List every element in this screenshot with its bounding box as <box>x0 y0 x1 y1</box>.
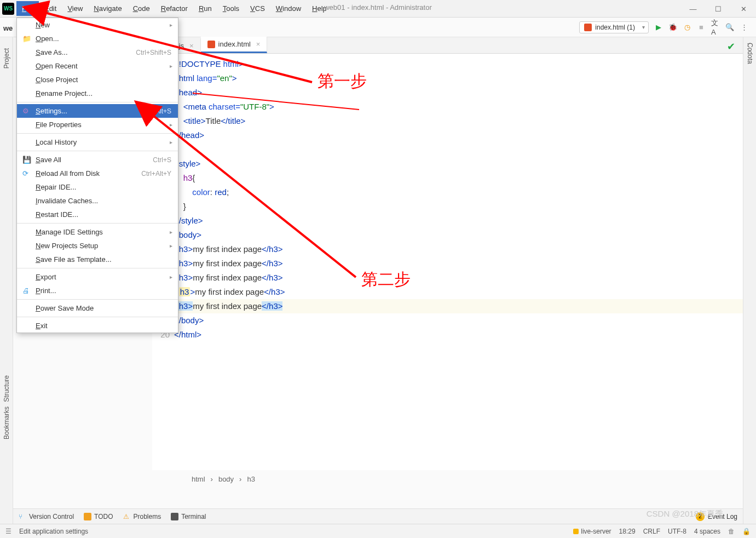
menu-item-save-as[interactable]: Save As...Ctrl+Shift+S <box>17 45 178 59</box>
reload-icon: ⟳ <box>22 169 31 178</box>
print-icon: 🖨 <box>22 287 31 295</box>
status-bar: ☰ Edit application settings live-server … <box>0 524 756 538</box>
menu-item-close-project[interactable]: Close Project <box>17 73 178 87</box>
menu-item-manage-ide-settings[interactable]: Manage IDE Settings▸ <box>17 225 178 239</box>
search-icon[interactable]: 🔍 <box>725 23 734 32</box>
stop-icon[interactable]: ■ <box>697 23 706 32</box>
bottom-tool-bar: ⑂Version Control TODO ⚠Problems Terminal… <box>13 508 743 524</box>
menu-window[interactable]: Window <box>270 1 307 16</box>
problems-tab[interactable]: ⚠Problems <box>123 513 161 520</box>
folder-icon: 📁 <box>22 35 31 43</box>
app-icon: WS <box>2 3 14 15</box>
menu-run[interactable]: Run <box>193 1 217 16</box>
terminal-tab[interactable]: Terminal <box>171 513 206 520</box>
menu-tools[interactable]: Tools <box>217 1 245 16</box>
menu-code[interactable]: Code <box>128 1 155 16</box>
menu-item-save-all[interactable]: 💾Save AllCtrl+S <box>17 153 178 167</box>
branch-icon: ⑂ <box>19 513 26 520</box>
maximize-button[interactable]: ☐ <box>706 0 731 18</box>
nav-crumb[interactable]: we <box>3 24 13 32</box>
caret-position[interactable]: 18:29 <box>619 528 636 535</box>
menu-item-power-save-mode[interactable]: Power Save Mode <box>17 301 178 315</box>
coverage-icon[interactable]: ◷ <box>683 23 691 32</box>
menu-vcs[interactable]: VCS <box>245 1 270 16</box>
annotation-step2: 第二步 <box>361 268 411 291</box>
bookmarks-tool-tab[interactable]: Bookmarks <box>3 407 10 439</box>
menu-item-rename-project[interactable]: Rename Project... <box>17 87 178 100</box>
structure-tool-tab[interactable]: Structure <box>3 375 10 402</box>
debug-icon[interactable]: 🐞 <box>668 23 677 32</box>
editor-tab-menu-icon[interactable]: ⋮ <box>744 42 752 50</box>
close-button[interactable]: ✕ <box>731 0 756 18</box>
live-server-icon <box>573 529 579 534</box>
menu-item-settings[interactable]: ⚙Settings...Ctrl+Alt+S <box>17 104 178 118</box>
breadcrumb-body[interactable]: body <box>218 475 234 483</box>
menu-file[interactable]: File <box>16 1 39 16</box>
menu-item-new[interactable]: New▸ <box>17 18 178 32</box>
run-config-selector[interactable]: index.html (1) <box>579 21 649 33</box>
problems-icon: ⚠ <box>123 513 131 520</box>
todo-icon <box>84 513 91 520</box>
indent[interactable]: 4 spaces <box>694 528 720 535</box>
terminal-icon <box>171 513 178 520</box>
run-config-label: index.html (1) <box>595 24 635 31</box>
menu-item-invalidate-caches[interactable]: Invalidate Caches... <box>17 194 178 208</box>
menu-item-reload-all-from-disk[interactable]: ⟳Reload All from DiskCtrl+Alt+Y <box>17 167 178 180</box>
menu-item-open[interactable]: 📁Open... <box>17 32 178 45</box>
annotation-step1: 第一步 <box>318 70 367 93</box>
editor-tabs: llo.js×index.html× <box>152 37 743 54</box>
editor-breadcrumb[interactable]: html› body› h3 <box>192 475 255 483</box>
menu-navigate[interactable]: Navigate <box>88 1 127 16</box>
left-tool-rail: Project Structure Bookmarks <box>0 37 13 524</box>
translate-icon[interactable]: 文A <box>711 23 720 32</box>
close-tab-icon[interactable]: × <box>189 42 194 50</box>
editor-tab-index-html[interactable]: index.html× <box>201 37 268 53</box>
breadcrumb-html[interactable]: html <box>192 475 205 483</box>
menu-item-file-properties[interactable]: File Properties▸ <box>17 118 178 131</box>
status-message: Edit application settings <box>19 528 88 535</box>
menu-item-open-recent[interactable]: Open Recent▸ <box>17 59 178 73</box>
code-content[interactable]: <!DOCTYPE html><html lang="en"><head> <m… <box>174 54 743 470</box>
html-file-icon <box>207 41 215 48</box>
lock-icon[interactable]: 🔒 <box>742 528 751 535</box>
check-icon: ✔ <box>727 41 735 53</box>
menu-item-repair-ide[interactable]: Repair IDE... <box>17 180 178 194</box>
menu-view[interactable]: View <box>62 1 88 16</box>
editor-area: llo.js×index.html× ✔ 1920 <!DOCTYPE html… <box>152 37 743 470</box>
right-tool-rail: Codota <box>743 37 756 524</box>
menu-item-restart-ide[interactable]: Restart IDE... <box>17 208 178 221</box>
menu-refactor[interactable]: Refactor <box>155 1 193 16</box>
breadcrumb-h3[interactable]: h3 <box>247 475 255 483</box>
project-tool-tab[interactable]: Project <box>3 48 10 68</box>
menu-item-new-projects-setup[interactable]: New Projects Setup▸ <box>17 239 178 253</box>
menu-item-export[interactable]: Export▸ <box>17 270 178 284</box>
layers-icon[interactable]: ☰ <box>5 528 11 535</box>
encoding[interactable]: UTF-8 <box>668 528 686 535</box>
menu-edit[interactable]: Edit <box>39 1 62 16</box>
live-server-status[interactable]: live-server <box>573 528 611 535</box>
menu-item-exit[interactable]: Exit <box>17 319 178 333</box>
html-file-icon <box>584 24 592 31</box>
close-tab-icon[interactable]: × <box>256 40 261 48</box>
line-separator[interactable]: CRLF <box>643 528 660 535</box>
run-icon[interactable]: ▶ <box>654 23 663 32</box>
trash-icon[interactable]: 🗑 <box>728 528 735 535</box>
menubar: WS FileEditViewNavigateCodeRefactorRunTo… <box>0 0 756 18</box>
version-control-tab[interactable]: ⑂Version Control <box>19 513 74 520</box>
gear-icon: ⚙ <box>22 107 31 116</box>
menu-item-local-history[interactable]: Local History▸ <box>17 135 178 149</box>
minimize-button[interactable]: — <box>680 0 706 18</box>
menu-item-print[interactable]: 🖨Print... <box>17 284 178 297</box>
more-icon[interactable]: ⋮ <box>740 23 748 32</box>
window-title: web01 - index.html - Administrator <box>324 3 432 12</box>
menu-item-save-file-as-template[interactable]: Save File as Template... <box>17 253 178 266</box>
file-menu-dropdown: New▸📁Open...Save As...Ctrl+Shift+SOpen R… <box>16 18 178 333</box>
save-icon: 💾 <box>22 156 31 164</box>
todo-tab[interactable]: TODO <box>84 513 113 520</box>
watermark: CSDN @2018年夏季 <box>647 509 723 519</box>
